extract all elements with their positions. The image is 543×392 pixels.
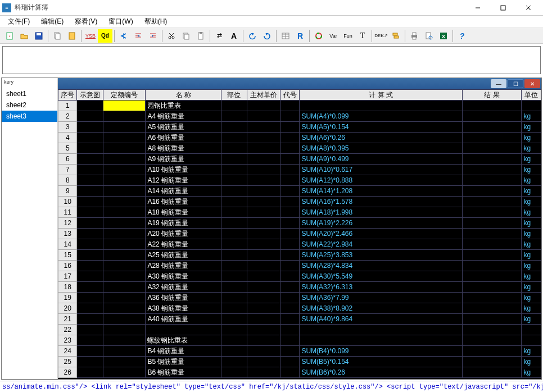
cell-part[interactable] (221, 239, 247, 250)
formula-input[interactable] (2, 46, 541, 74)
cell-part[interactable] (221, 367, 247, 378)
cell-result[interactable] (462, 293, 522, 303)
cell-code[interactable] (280, 335, 300, 346)
cell-quota[interactable] (103, 250, 146, 261)
cell-price[interactable] (247, 143, 280, 154)
cell-part[interactable] (221, 175, 247, 186)
table-row[interactable]: 11A18 钢筋重量SUM(A18)*1.998kg (58, 207, 541, 218)
cell-name[interactable]: A16 钢筋重量 (146, 197, 221, 207)
cell-formula[interactable]: SUM(B6)*0.26 (300, 367, 462, 378)
cell-name[interactable]: A22 钢筋重量 (146, 239, 221, 250)
cell-name[interactable]: A14 钢筋重量 (146, 186, 221, 197)
save-button[interactable] (31, 29, 46, 43)
cell-price[interactable] (247, 293, 280, 303)
cell-quota[interactable] (103, 357, 146, 367)
cell-formula[interactable]: SUM(A19)*2.226 (300, 218, 462, 229)
cell-unit[interactable]: kg (522, 250, 541, 261)
row-header[interactable]: 17 (58, 271, 77, 282)
cell-quota[interactable] (103, 186, 146, 197)
table-row[interactable]: 26B6 钢筋重量SUM(B6)*0.26kg (58, 367, 541, 378)
cell-diag[interactable] (77, 229, 103, 239)
cell-formula[interactable] (300, 335, 462, 346)
print-button[interactable] (407, 29, 422, 43)
cell-part[interactable] (221, 143, 247, 154)
cell-quota[interactable] (103, 197, 146, 207)
row-header[interactable]: 9 (58, 186, 77, 197)
cell-code[interactable] (280, 346, 300, 357)
cell-quota[interactable] (103, 346, 146, 357)
cell-code[interactable] (280, 207, 300, 218)
cell-unit[interactable]: kg (522, 261, 541, 271)
cell-price[interactable] (247, 101, 280, 111)
cell-formula[interactable]: SUM(A10)*0.617 (300, 165, 462, 175)
new-doc-button[interactable]: * (2, 29, 17, 43)
cell-result[interactable] (462, 207, 522, 218)
cell-name[interactable]: B6 钢筋重量 (146, 367, 221, 378)
grid-scroll[interactable]: 序号 示意图 定额编号 名 称 部位 主材单价 代号 计 算 式 结 果 单位 … (58, 89, 541, 379)
cell-part[interactable] (221, 293, 247, 303)
cell-price[interactable] (247, 175, 280, 186)
cell-name[interactable]: B4 钢筋重量 (146, 346, 221, 357)
cell-unit[interactable]: kg (522, 165, 541, 175)
cell-name[interactable]: A25 钢筋重量 (146, 250, 221, 261)
cell-part[interactable] (221, 207, 247, 218)
cell-price[interactable] (247, 218, 280, 229)
cell-price[interactable] (247, 314, 280, 325)
cell-result[interactable] (462, 261, 522, 271)
row-header[interactable]: 13 (58, 229, 77, 239)
cell-diag[interactable] (77, 271, 103, 282)
row-header[interactable]: 14 (58, 239, 77, 250)
cell-part[interactable] (221, 314, 247, 325)
cell-diag[interactable] (77, 303, 103, 314)
cell-diag[interactable] (77, 293, 103, 303)
col-code[interactable]: 代号 (280, 90, 300, 101)
cell-diag[interactable] (77, 261, 103, 271)
cell-quota[interactable] (103, 261, 146, 271)
table-row[interactable]: 22 (58, 325, 541, 335)
cell-code[interactable] (280, 229, 300, 239)
cell-part[interactable] (221, 197, 247, 207)
cell-price[interactable] (247, 335, 280, 346)
cell-price[interactable] (247, 133, 280, 143)
cell-quota[interactable] (103, 282, 146, 293)
cell-part[interactable] (221, 122, 247, 133)
table-row[interactable]: 5A8 钢筋重量SUM(A8)*0.395kg (58, 143, 541, 154)
cell-quota[interactable] (103, 111, 146, 122)
row-header[interactable]: 24 (58, 346, 77, 357)
cell-price[interactable] (247, 207, 280, 218)
cell-result[interactable] (462, 282, 522, 293)
cell-price[interactable] (247, 122, 280, 133)
cell-unit[interactable]: kg (522, 218, 541, 229)
cell-quota[interactable] (103, 143, 146, 154)
table-row[interactable]: 13A20 钢筋重量SUM(A20)*2.466kg (58, 229, 541, 239)
cell-name[interactable]: A18 钢筋重量 (146, 207, 221, 218)
cell-name[interactable]: A12 钢筋重量 (146, 175, 221, 186)
open-button[interactable] (17, 29, 31, 43)
cell-result[interactable] (462, 250, 522, 261)
cell-price[interactable] (247, 271, 280, 282)
cell-quota[interactable] (103, 335, 146, 346)
cell-code[interactable] (280, 271, 300, 282)
cell-formula[interactable]: SUM(A22)*2.984 (300, 239, 462, 250)
copy-button[interactable] (50, 29, 65, 43)
col-result[interactable]: 结 果 (462, 90, 522, 101)
cell-price[interactable] (247, 261, 280, 271)
cell-name[interactable] (146, 325, 221, 335)
cell-part[interactable] (221, 357, 247, 367)
cell-name[interactable]: A32 钢筋重量 (146, 282, 221, 293)
excel-button[interactable]: X (436, 29, 451, 43)
fun-button[interactable]: Fun (341, 29, 355, 43)
cell-unit[interactable]: kg (522, 367, 541, 378)
ysb-button[interactable]: YSB (83, 29, 98, 43)
cell-formula[interactable]: SUM(A40)*9.864 (300, 314, 462, 325)
sheet-close-button[interactable]: ✕ (524, 79, 540, 88)
cell-unit[interactable]: kg (522, 154, 541, 165)
col-part[interactable]: 部位 (221, 90, 247, 101)
cell-formula[interactable]: SUM(A20)*2.466 (300, 229, 462, 239)
undo-button[interactable] (245, 29, 260, 43)
print-preview-button[interactable] (422, 29, 436, 43)
sheet-maximize-button[interactable]: ☐ (508, 79, 523, 88)
cell-result[interactable] (462, 101, 522, 111)
table-row[interactable]: 1园钢比重表 (58, 101, 541, 111)
cell-quota[interactable] (103, 229, 146, 239)
